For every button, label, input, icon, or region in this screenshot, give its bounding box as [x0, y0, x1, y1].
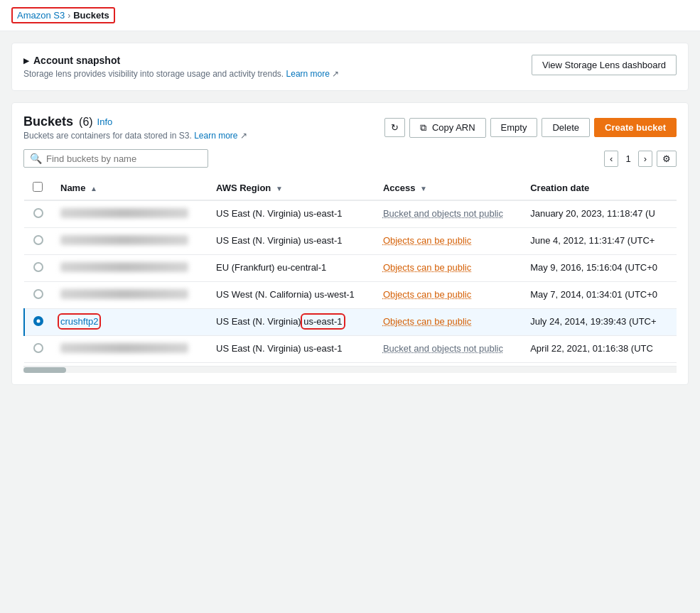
- aws-region-cell: US East (N. Virginia) us-east-1: [208, 336, 375, 363]
- aws-region-text: US East (N. Virginia): [216, 316, 303, 327]
- bucket-name-cell: [52, 200, 208, 228]
- table-row: US West (N. California) us-west-1Objects…: [24, 282, 677, 309]
- aws-region-code: us-east-1: [303, 316, 342, 327]
- scrollbar-thumb[interactable]: [23, 367, 66, 373]
- search-input[interactable]: [46, 153, 202, 164]
- refresh-icon: ↻: [391, 122, 399, 133]
- name-sort-icon[interactable]: ▲: [90, 185, 97, 192]
- row-select-cell[interactable]: [24, 255, 52, 282]
- select-all-checkbox[interactable]: [33, 182, 43, 192]
- pagination-next-button[interactable]: ›: [638, 151, 652, 167]
- search-pagination-row: 🔍 ‹ 1 › ⚙: [23, 149, 677, 168]
- access-sort-icon[interactable]: ▼: [420, 185, 427, 192]
- blurred-bucket-name: [60, 289, 188, 299]
- delete-button[interactable]: Delete: [542, 118, 590, 137]
- settings-gear-button[interactable]: ⚙: [657, 151, 677, 167]
- creation-date-cell: May 9, 2016, 15:16:04 (UTC+0: [522, 255, 677, 282]
- row-select-cell[interactable]: [24, 336, 52, 363]
- row-select-cell[interactable]: [24, 228, 52, 255]
- radio-unselected[interactable]: [33, 208, 43, 218]
- pagination-prev-button[interactable]: ‹: [604, 151, 618, 167]
- buckets-title: Buckets (6): [23, 114, 93, 129]
- refresh-button[interactable]: ↻: [384, 118, 405, 137]
- aws-region-cell: EU (Frankfurt) eu-central-1: [208, 255, 375, 282]
- view-storage-lens-dashboard-button[interactable]: View Storage Lens dashboard: [532, 55, 677, 75]
- pagination-page-number: 1: [623, 153, 633, 164]
- aws-region-cell: US West (N. California) us-west-1: [208, 282, 375, 309]
- buckets-table-container: Name ▲ AWS Region ▼ Access ▼ Creation: [23, 176, 677, 363]
- row-select-cell[interactable]: [24, 200, 52, 228]
- table-header-creation-date: Creation date: [522, 176, 677, 200]
- breadcrumb-current: Buckets: [73, 10, 109, 21]
- snapshot-description: Storage lens provides visibility into st…: [23, 69, 339, 79]
- buckets-learn-more-link[interactable]: Learn more: [194, 131, 237, 141]
- create-bucket-button[interactable]: Create bucket: [594, 118, 677, 137]
- creation-date-cell: April 22, 2021, 01:16:38 (UTC: [522, 336, 677, 363]
- buckets-subtitle: Buckets are containers for data stored i…: [23, 131, 247, 141]
- table-row: US East (N. Virginia) us-east-1Bucket an…: [24, 200, 677, 228]
- creation-date-cell: January 20, 2023, 11:18:47 (U: [522, 200, 677, 228]
- table-row: US East (N. Virginia) us-east-1Objects c…: [24, 228, 677, 255]
- table-header-aws-region: AWS Region ▼: [208, 176, 375, 200]
- table-row: crushftp2US East (N. Virginia) us-east-1…: [24, 309, 677, 336]
- access-cell: Objects can be public: [375, 228, 522, 255]
- table-header-checkbox: [24, 176, 52, 200]
- buckets-table: Name ▲ AWS Region ▼ Access ▼ Creation: [23, 176, 677, 363]
- row-select-cell[interactable]: [24, 282, 52, 309]
- empty-button[interactable]: Empty: [490, 118, 538, 137]
- radio-unselected[interactable]: [33, 235, 43, 245]
- creation-date-cell: May 7, 2014, 01:34:01 (UTC+0: [522, 282, 677, 309]
- access-cell: Bucket and objects not public: [375, 200, 522, 228]
- radio-unselected[interactable]: [33, 262, 43, 272]
- bucket-name-cell: [52, 336, 208, 363]
- copy-icon: ⧉: [420, 122, 426, 133]
- bucket-name-cell: [52, 255, 208, 282]
- aws-region-cell: US East (N. Virginia) us-east-1: [208, 200, 375, 228]
- breadcrumb-parent-link[interactable]: Amazon S3: [17, 10, 65, 21]
- creation-date-cell: June 4, 2012, 11:31:47 (UTC+: [522, 228, 677, 255]
- snapshot-title: Account snapshot: [33, 55, 120, 66]
- access-cell: Objects can be public: [375, 255, 522, 282]
- access-status: Objects can be public: [383, 289, 471, 300]
- buckets-header: Buckets (6) Info Buckets are containers …: [23, 114, 677, 141]
- bucket-name-cell: [52, 282, 208, 309]
- search-icon: 🔍: [30, 153, 42, 164]
- bucket-name-cell: [52, 228, 208, 255]
- snapshot-learn-more-link[interactable]: Learn more: [286, 69, 330, 79]
- buckets-panel: Buckets (6) Info Buckets are containers …: [11, 102, 689, 385]
- radio-selected[interactable]: [33, 316, 43, 326]
- blurred-bucket-name: [60, 208, 188, 218]
- copy-arn-button[interactable]: ⧉ Copy ARN: [409, 118, 485, 138]
- aws-region-cell: US East (N. Virginia) us-east-1: [208, 228, 375, 255]
- creation-date-cell: July 24, 2014, 19:39:43 (UTC+: [522, 309, 677, 336]
- aws-region-cell: US East (N. Virginia) us-east-1: [208, 309, 375, 336]
- horizontal-scrollbar[interactable]: [23, 366, 677, 373]
- table-row: EU (Frankfurt) eu-central-1Objects can b…: [24, 255, 677, 282]
- breadcrumb: Amazon S3 › Buckets: [11, 7, 115, 23]
- access-cell: Objects can be public: [375, 282, 522, 309]
- snapshot-toggle-icon: ▶: [23, 57, 29, 65]
- bucket-name-cell: crushftp2: [52, 309, 208, 336]
- table-header-access: Access ▼: [375, 176, 522, 200]
- radio-unselected[interactable]: [33, 289, 43, 299]
- breadcrumb-separator: ›: [68, 11, 70, 21]
- buckets-actions: ↻ ⧉ Copy ARN Empty Delete Create bucket: [384, 118, 677, 138]
- access-status: Bucket and objects not public: [383, 208, 503, 219]
- blurred-bucket-name: [60, 235, 188, 245]
- row-select-cell[interactable]: [24, 309, 52, 336]
- blurred-bucket-name: [60, 343, 188, 353]
- blurred-bucket-name: [60, 262, 188, 272]
- table-row: US East (N. Virginia) us-east-1Bucket an…: [24, 336, 677, 363]
- account-snapshot-panel: ▶ Account snapshot Storage lens provides…: [11, 43, 689, 91]
- region-sort-icon[interactable]: ▼: [276, 185, 283, 192]
- access-cell: Bucket and objects not public: [375, 336, 522, 363]
- access-cell: Objects can be public: [375, 309, 522, 336]
- bucket-name-link[interactable]: crushftp2: [60, 316, 98, 327]
- access-status: Objects can be public: [383, 235, 471, 246]
- access-status: Objects can be public: [383, 316, 471, 327]
- access-status: Objects can be public: [383, 262, 471, 273]
- table-header-name: Name ▲: [52, 176, 208, 200]
- radio-unselected[interactable]: [33, 343, 43, 353]
- buckets-info-link[interactable]: Info: [97, 116, 113, 127]
- pagination-area: ‹ 1 › ⚙: [604, 151, 677, 167]
